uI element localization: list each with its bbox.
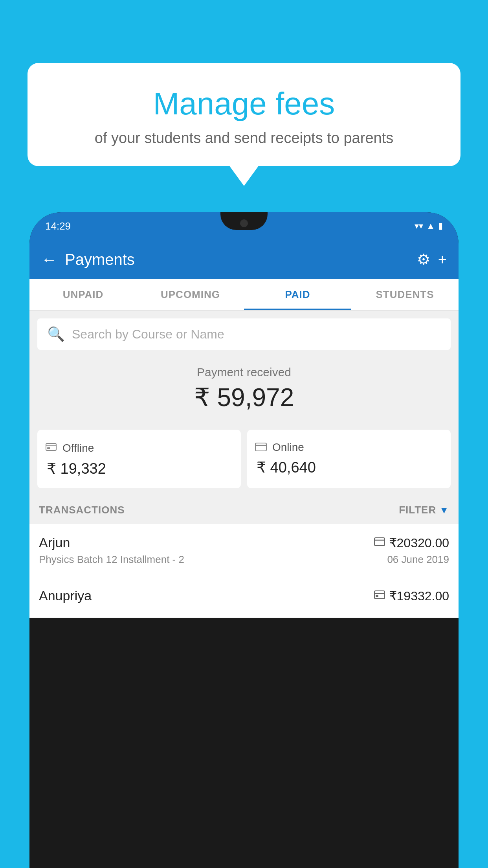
svg-rect-3 <box>255 443 266 451</box>
svg-rect-5 <box>374 538 385 546</box>
status-icons: ▾▾ ▲ ▮ <box>415 221 443 231</box>
filter-button[interactable]: FILTER ▼ <box>399 504 449 516</box>
battery-icon: ▮ <box>438 221 443 231</box>
search-icon: 🔍 <box>47 326 65 342</box>
transaction-detail: Physics Batch 12 Installment - 2 <box>39 554 184 566</box>
bubble-title: Manage fees <box>47 86 441 121</box>
app-bar: ← Payments ⚙ + <box>29 240 459 279</box>
status-time: 14:29 <box>45 220 71 232</box>
filter-icon: ▼ <box>439 505 449 516</box>
payment-summary: Payment received ₹ 59,972 <box>29 350 459 430</box>
offline-card: Offline ₹ 19,332 <box>37 430 241 488</box>
svg-rect-9 <box>376 595 378 597</box>
tab-students[interactable]: STUDENTS <box>351 279 459 310</box>
online-icon <box>255 441 267 454</box>
payment-label: Payment received <box>37 366 451 379</box>
transaction-row[interactable]: Arjun ₹20320.00 Physics Batch 12 Install… <box>29 524 459 577</box>
signal-icon: ▲ <box>426 221 435 231</box>
online-label: Online <box>272 441 304 454</box>
online-card: Online ₹ 40,640 <box>247 430 451 488</box>
payment-type-icon <box>374 537 385 549</box>
settings-icon[interactable]: ⚙ <box>417 251 430 268</box>
search-placeholder: Search by Course or Name <box>72 327 224 342</box>
offline-icon <box>45 441 57 455</box>
transaction-amount: ₹20320.00 <box>389 535 449 550</box>
online-amount: ₹ 40,640 <box>255 459 443 476</box>
payment-cards: Offline ₹ 19,332 Online ₹ 40,640 <box>37 430 451 488</box>
add-icon[interactable]: + <box>438 251 447 268</box>
transaction-row[interactable]: Anupriya ₹19332.00 <box>29 577 459 618</box>
svg-rect-2 <box>47 447 50 449</box>
transactions-label: TRANSACTIONS <box>39 504 125 516</box>
back-button[interactable]: ← <box>41 251 57 268</box>
phone-frame: 14:29 ▾▾ ▲ ▮ ← Payments ⚙ + UNPAID UPCOM… <box>29 212 459 868</box>
phone-content: 🔍 Search by Course or Name Payment recei… <box>29 311 459 618</box>
wifi-icon: ▾▾ <box>415 221 423 231</box>
tab-paid[interactable]: PAID <box>244 279 351 310</box>
notch <box>220 212 268 230</box>
app-bar-actions: ⚙ + <box>417 251 447 268</box>
status-bar: 14:29 ▾▾ ▲ ▮ <box>29 212 459 240</box>
tab-bar: UNPAID UPCOMING PAID STUDENTS <box>29 279 459 311</box>
app-bar-title: Payments <box>65 251 417 268</box>
offline-amount: ₹ 19,332 <box>45 460 233 477</box>
svg-rect-0 <box>46 443 56 451</box>
payment-amount: ₹ 59,972 <box>37 383 451 412</box>
transaction-name: Arjun <box>39 535 70 550</box>
tab-unpaid[interactable]: UNPAID <box>29 279 137 310</box>
transactions-header: TRANSACTIONS FILTER ▼ <box>29 496 459 524</box>
payment-type-icon-offline <box>374 590 385 602</box>
transaction-date: 06 June 2019 <box>387 554 449 566</box>
transaction-name: Anupriya <box>39 588 92 603</box>
svg-rect-7 <box>374 591 385 599</box>
speech-bubble: Manage fees of your students and send re… <box>28 63 460 166</box>
transaction-amount: ₹19332.00 <box>389 588 449 603</box>
bubble-subtitle: of your students and send receipts to pa… <box>47 130 441 147</box>
offline-label: Offline <box>62 442 94 454</box>
search-bar[interactable]: 🔍 Search by Course or Name <box>37 318 451 350</box>
tab-upcoming[interactable]: UPCOMING <box>137 279 244 310</box>
